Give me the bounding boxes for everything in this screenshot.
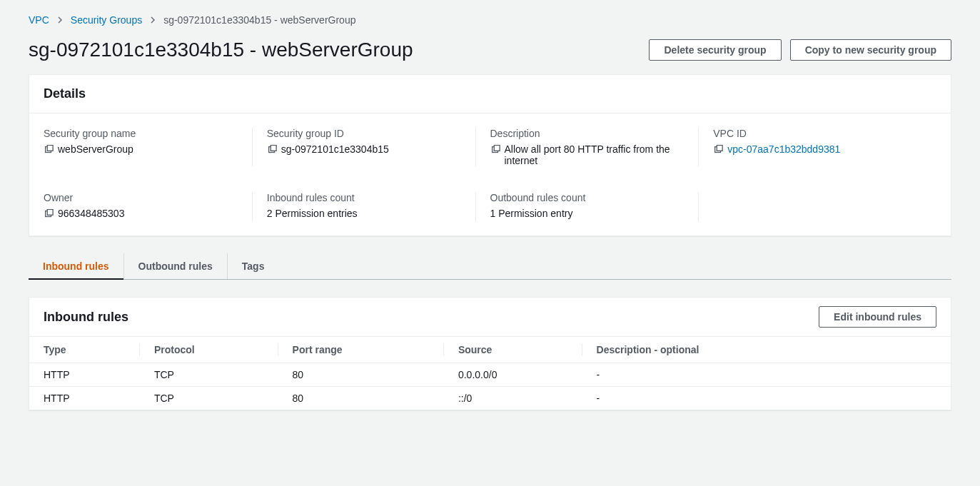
cell-description: -: [582, 363, 951, 387]
detail-value-vpc-id-link[interactable]: vpc-07aa7c1b32bdd9381: [727, 143, 840, 155]
edit-inbound-rules-button[interactable]: Edit inbound rules: [819, 306, 936, 328]
cell-source: ::/0: [444, 387, 582, 410]
svg-rect-5: [494, 145, 500, 151]
copy-icon[interactable]: [490, 145, 500, 157]
inbound-rules-panel: Inbound rules Edit inbound rules Type Pr…: [29, 297, 951, 410]
breadcrumb-security-groups[interactable]: Security Groups: [71, 14, 142, 26]
table-row[interactable]: HTTP TCP 80 ::/0 -: [29, 387, 951, 410]
chevron-right-icon: [149, 14, 156, 26]
tabs: Inbound rules Outbound rules Tags: [29, 253, 951, 280]
copy-icon[interactable]: [44, 145, 54, 157]
col-protocol[interactable]: Protocol: [140, 337, 278, 363]
tab-tags[interactable]: Tags: [228, 253, 279, 279]
detail-label-name: Security group name: [44, 128, 253, 139]
cell-source: 0.0.0.0/0: [444, 363, 582, 387]
svg-rect-1: [47, 145, 53, 151]
inbound-rules-table: Type Protocol Port range Source Descript…: [29, 337, 951, 410]
detail-label-outbound-count: Outbound rules count: [490, 192, 699, 203]
detail-value-description: Allow all port 80 HTTP traffic from the …: [505, 143, 699, 166]
detail-value-outbound-count: 1 Permission entry: [490, 208, 573, 219]
cell-type: HTTP: [29, 387, 140, 410]
copy-to-new-security-group-button[interactable]: Copy to new security group: [790, 39, 951, 61]
detail-label-description: Description: [490, 128, 699, 139]
page-title: sg-0972101c1e3304b15 - webServerGroup: [29, 39, 413, 61]
detail-value-name: webServerGroup: [58, 143, 133, 155]
tab-outbound-rules[interactable]: Outbound rules: [124, 253, 228, 279]
breadcrumb-vpc[interactable]: VPC: [29, 14, 49, 26]
cell-protocol: TCP: [140, 363, 278, 387]
detail-label-owner: Owner: [44, 192, 253, 203]
chevron-right-icon: [56, 14, 64, 26]
cell-protocol: TCP: [140, 387, 278, 410]
breadcrumb: VPC Security Groups sg-0972101c1e3304b15…: [29, 14, 951, 26]
inbound-rules-heading: Inbound rules: [44, 310, 128, 325]
col-port-range[interactable]: Port range: [278, 337, 444, 363]
detail-label-id: Security group ID: [267, 128, 476, 139]
detail-value-inbound-count: 2 Permission entries: [267, 208, 358, 219]
delete-security-group-button[interactable]: Delete security group: [649, 39, 781, 61]
detail-value-id: sg-0972101c1e3304b15: [281, 143, 389, 155]
copy-icon[interactable]: [267, 145, 277, 157]
details-heading: Details: [29, 75, 951, 113]
col-type[interactable]: Type: [29, 337, 140, 363]
details-panel: Details Security group name webServerGro…: [29, 74, 951, 236]
copy-icon[interactable]: [44, 209, 54, 221]
col-source[interactable]: Source: [444, 337, 582, 363]
detail-value-owner: 966348485303: [58, 208, 124, 219]
svg-rect-9: [47, 209, 53, 215]
svg-rect-7: [717, 145, 723, 151]
cell-port-range: 80: [278, 363, 444, 387]
tab-inbound-rules[interactable]: Inbound rules: [29, 253, 124, 279]
breadcrumb-current: sg-0972101c1e3304b15 - webServerGroup: [163, 14, 355, 26]
detail-label-inbound-count: Inbound rules count: [267, 192, 476, 203]
cell-description: -: [582, 387, 951, 410]
copy-icon[interactable]: [713, 145, 723, 157]
detail-label-vpc-id: VPC ID: [713, 128, 922, 139]
cell-port-range: 80: [278, 387, 444, 410]
col-description[interactable]: Description - optional: [582, 337, 951, 363]
cell-type: HTTP: [29, 363, 140, 387]
svg-rect-3: [271, 145, 276, 151]
table-row[interactable]: HTTP TCP 80 0.0.0.0/0 -: [29, 363, 951, 387]
